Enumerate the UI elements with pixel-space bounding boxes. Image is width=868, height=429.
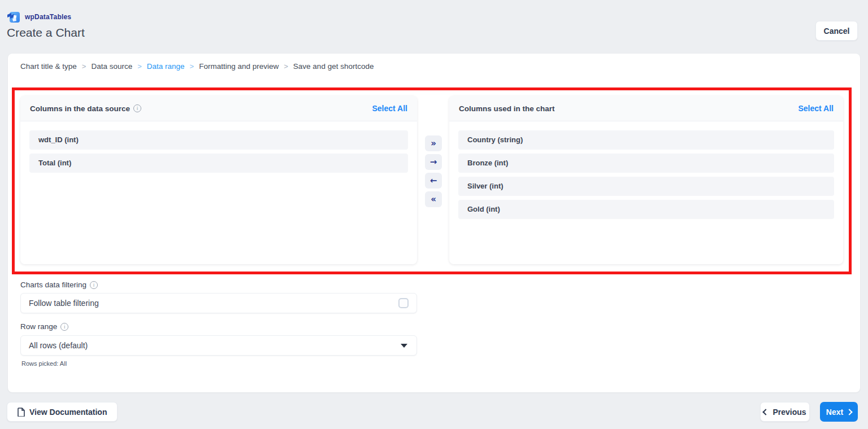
row-range-dropdown[interactable]: All rows (default): [20, 335, 417, 356]
brand-name: wpDataTables: [25, 13, 71, 21]
chart-column-item[interactable]: Country (string): [458, 130, 834, 150]
info-icon[interactable]: [90, 281, 98, 289]
chart-column-item[interactable]: Silver (int): [458, 177, 834, 196]
panel-title: Columns used in the chart: [459, 104, 555, 113]
previous-button[interactable]: Previous: [760, 402, 810, 422]
info-icon[interactable]: [60, 323, 68, 331]
breadcrumb-separator: >: [82, 62, 86, 71]
brand: wpDataTables: [7, 10, 71, 24]
move-all-left-button[interactable]: «: [425, 191, 442, 207]
previous-label: Previous: [772, 408, 806, 417]
next-label: Next: [826, 408, 843, 417]
charts-data-filtering-text: Charts data filtering: [20, 281, 86, 289]
row-range-label: Row range: [20, 322, 68, 331]
move-all-right-button[interactable]: »: [425, 135, 442, 151]
move-left-button[interactable]: ←: [425, 173, 442, 189]
breadcrumb-separator: >: [284, 62, 288, 71]
breadcrumb-separator: >: [190, 62, 194, 71]
panel-title-label: Columns used in the chart: [459, 104, 555, 113]
chart-column-item[interactable]: Bronze (int): [458, 154, 834, 173]
breadcrumb-step-data-range[interactable]: Data range: [147, 62, 185, 71]
panel-header: Columns in the data source Select All: [20, 96, 417, 121]
info-icon[interactable]: [133, 104, 141, 112]
top-header: wpDataTables Create a Chart Cancel: [0, 0, 868, 54]
select-all-chart-button[interactable]: Select All: [798, 104, 834, 113]
follow-table-filtering-label: Follow table filtering: [29, 299, 99, 308]
panel-columns-used-in-chart: Columns used in the chart Select All Cou…: [449, 96, 843, 264]
view-documentation-button[interactable]: View Documentation: [7, 402, 118, 422]
chevron-down-icon: [401, 344, 407, 348]
follow-table-filtering-checkbox[interactable]: [398, 298, 409, 308]
transfer-buttons: » → ← «: [425, 135, 442, 207]
breadcrumb-step-save-shortcode[interactable]: Save and get shortcode: [293, 62, 374, 71]
view-documentation-label: View Documentation: [29, 408, 107, 417]
panel-columns-in-data-source: Columns in the data source Select All wd…: [20, 96, 417, 264]
row-range-text: Row range: [20, 322, 57, 331]
source-column-item[interactable]: Total (int): [29, 154, 408, 173]
breadcrumb-step-chart-title-type[interactable]: Chart title & type: [20, 62, 77, 71]
select-all-source-button[interactable]: Select All: [372, 104, 407, 113]
next-button[interactable]: Next: [820, 402, 858, 422]
wpdatatables-logo-icon: [7, 10, 20, 24]
follow-table-filtering-row: Follow table filtering: [20, 293, 417, 313]
panel-title: Columns in the data source: [30, 104, 141, 113]
chart-column-item[interactable]: Gold (int): [458, 200, 834, 219]
panel-body: wdt_ID (int) Total (int): [20, 121, 417, 186]
breadcrumb-step-data-source[interactable]: Data source: [91, 62, 132, 71]
breadcrumb-separator: >: [137, 62, 142, 71]
chevron-right-icon: [847, 409, 853, 415]
source-column-item[interactable]: wdt_ID (int): [29, 130, 408, 150]
move-right-button[interactable]: →: [425, 154, 442, 170]
document-icon: [18, 408, 25, 417]
create-chart-page: wpDataTables Create a Chart Cancel Chart…: [0, 0, 868, 429]
panel-header: Columns used in the chart Select All: [449, 96, 843, 121]
rows-picked-note: Rows picked: All: [21, 360, 67, 367]
charts-data-filtering-label: Charts data filtering: [20, 281, 98, 289]
panel-body: Country (string) Bronze (int) Silver (in…: [449, 121, 843, 232]
cancel-button[interactable]: Cancel: [815, 21, 858, 41]
page-title: Create a Chart: [7, 26, 85, 40]
chevron-left-icon: [763, 409, 769, 415]
row-range-selected-value: All rows (default): [29, 341, 88, 350]
panel-title-label: Columns in the data source: [30, 104, 130, 113]
breadcrumb-step-formatting-preview[interactable]: Formatting and preview: [199, 62, 279, 71]
breadcrumb: Chart title & type > Data source > Data …: [20, 62, 374, 71]
